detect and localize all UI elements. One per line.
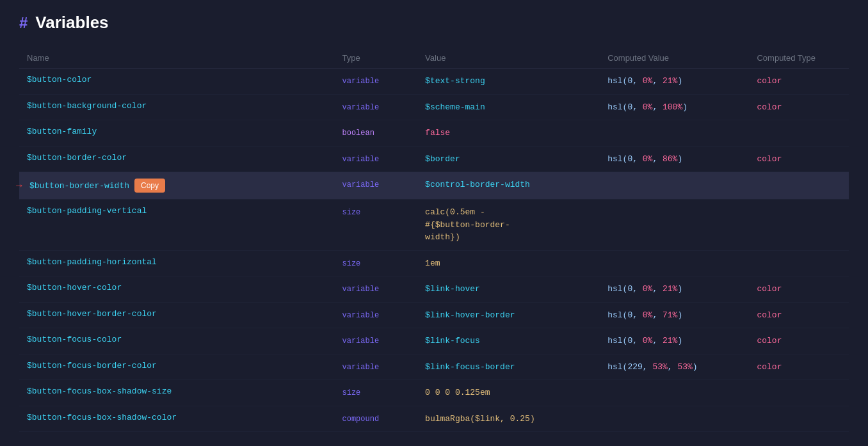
type-badge: variable [342,155,379,164]
type-badge: size [342,259,360,268]
variable-value: $link-hover [425,284,480,294]
computed-value: hsl(0, 0%, 71%) [607,310,682,320]
variable-name: $button-border-width [29,181,129,191]
name-cell: $button-hover-border-color [27,309,326,319]
page-title: Variables [35,13,108,33]
computed-value: hsl(0, 0%, 21%) [607,336,682,346]
computed-type-badge: color [757,154,782,164]
computed-type-badge: color [757,336,782,346]
type-badge: variable [342,363,379,372]
computed-type-badge: color [757,284,782,294]
variable-value: $scheme-main [425,102,485,112]
table-row: $button-border-colorvariable$borderhsl(0… [19,146,849,172]
computed-value: hsl(0, 0%, 21%) [607,284,682,294]
col-header-value: Value [417,48,600,68]
table-row: $button-colorvariable$text-stronghsl(0, … [19,68,849,95]
type-badge: size [342,388,360,397]
variable-value: $text-strong [425,76,485,86]
variables-table: Name Type Value Computed Value Computed … [19,48,849,432]
computed-value: hsl(229, 53%, 53%) [607,362,697,372]
variable-name: $button-focus-box-shadow-size [27,386,172,396]
computed-type-badge: color [757,76,782,86]
table-row: $button-padding-horizontalsize1em [19,250,849,276]
computed-type-badge: color [757,362,782,372]
name-cell: $button-border-color [27,153,326,163]
type-badge: variable [342,180,379,189]
variable-value: $link-focus [425,336,480,346]
name-cell: $button-focus-border-color [27,361,326,370]
name-cell: $button-focus-box-shadow-size [27,386,326,396]
type-badge: variable [342,337,379,346]
name-cell: $button-color [27,75,326,84]
table-row: $button-focus-box-shadow-sizesize0 0 0 0… [19,380,849,406]
col-header-computed-value: Computed Value [600,48,749,68]
variable-name: $button-background-color [27,101,147,111]
variable-name: $button-padding-horizontal [27,257,157,267]
copy-button[interactable]: Copy [134,179,165,193]
variable-value: 1em [425,259,440,268]
computed-value: hsl(0, 0%, 100%) [607,102,687,112]
variable-value: $link-hover-border [425,310,515,320]
variable-name: $button-focus-color [27,335,122,344]
variable-value: calc(0.5em - #{$button-border- width}) [425,207,510,242]
variable-value: bulmaRgba($link, 0.25) [425,414,535,424]
col-header-name: Name [19,48,334,68]
hash-icon: # [19,14,28,32]
computed-value: hsl(0, 0%, 21%) [607,76,682,86]
computed-type-badge: color [757,310,782,320]
type-badge: variable [342,311,379,320]
table-row: $button-focus-colorvariable$link-focushs… [19,328,849,354]
page-header: # Variables [19,13,849,33]
name-cell: $button-background-color [27,101,326,111]
variable-value: $border [425,154,460,164]
computed-value: hsl(0, 0%, 86%) [607,154,682,164]
variable-value: $link-focus-border [425,362,515,372]
name-with-copy-container: $button-border-widthCopy [29,179,165,193]
variable-name: $button-border-color [27,153,127,163]
name-cell: $button-family [27,127,326,136]
table-row: →$button-border-widthCopyvariable$contro… [19,172,849,200]
type-badge: variable [342,285,379,294]
variable-value: 0 0 0 0.125em [425,388,490,397]
type-badge: boolean [342,129,374,138]
table-row: $button-hover-border-colorvariable$link-… [19,302,849,328]
table-header-row: Name Type Value Computed Value Computed … [19,48,849,68]
variable-name: $button-hover-border-color [27,309,157,319]
type-badge: size [342,208,360,217]
table-row: $button-focus-border-colorvariable$link-… [19,354,849,380]
table-row: $button-padding-verticalsizecalc(0.5em -… [19,200,849,251]
type-badge: variable [342,77,379,86]
name-cell: $button-padding-vertical [27,206,326,216]
table-row: $button-familybooleanfalse [19,120,849,147]
name-cell: $button-focus-color [27,335,326,344]
col-header-type: Type [334,48,417,68]
variable-name: $button-focus-box-shadow-color [27,413,177,422]
variable-name: $button-padding-vertical [27,206,147,216]
name-cell: →$button-border-widthCopy [27,179,326,193]
variable-value: $control-border-width [425,180,530,189]
variable-name: $button-family [27,127,97,136]
variable-value: false [425,128,450,138]
variable-name: $button-focus-border-color [27,361,157,370]
name-cell: $button-hover-color [27,283,326,292]
row-arrow-indicator: → [14,180,24,191]
col-header-computed-type: Computed Type [749,48,849,68]
name-cell: $button-focus-box-shadow-color [27,413,326,422]
table-row: $button-focus-box-shadow-colorcompoundbu… [19,406,849,432]
table-row: $button-hover-colorvariable$link-hoverhs… [19,276,849,303]
type-badge: variable [342,103,379,112]
table-row: $button-background-colorvariable$scheme-… [19,94,849,120]
variable-name: $button-color [27,75,92,84]
computed-type-badge: color [757,102,782,112]
type-badge: compound [342,415,379,424]
variable-name: $button-hover-color [27,283,122,292]
name-cell: $button-padding-horizontal [27,257,326,267]
